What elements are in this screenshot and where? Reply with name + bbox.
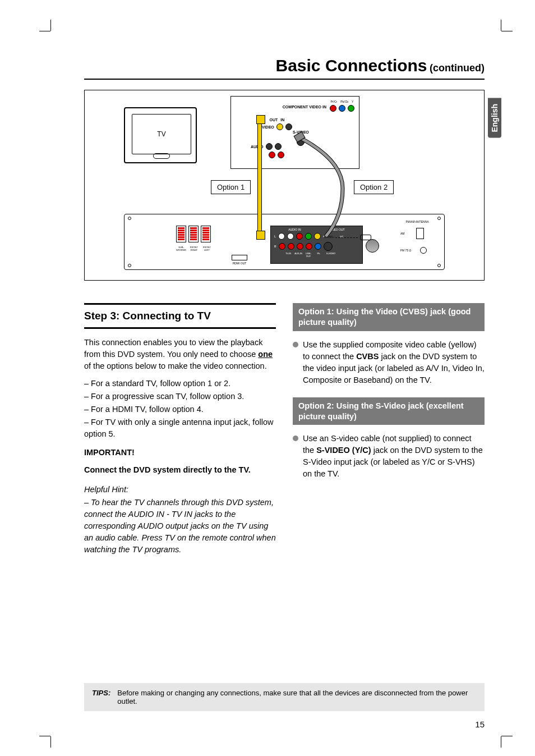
page-title-continued: (continued) [430, 62, 485, 74]
in-label: IN [280, 118, 284, 122]
tv-stand [153, 153, 170, 159]
intro-paragraph: This connection enables you to view the … [84, 337, 276, 372]
speaker-label: SUB-WOOFER [175, 246, 187, 251]
svideo-plug-icon [366, 239, 379, 253]
pb-label: Pb [315, 252, 322, 258]
crop-mark [501, 736, 501, 748]
tips-label: TIPS: [92, 689, 110, 705]
crop-mark [39, 736, 50, 736]
crop-mark [501, 20, 501, 31]
option-item: – For TV with only a single antenna inpu… [84, 416, 276, 440]
option-list: – For a standard TV, follow option 1 or … [84, 378, 276, 440]
option1-label: Option 1 [211, 180, 251, 194]
svideo-out-label: S-VIDEO [325, 252, 337, 258]
antenna-label: FM/AM ANTENNA [400, 220, 434, 223]
cvbs-cable-icon [257, 121, 262, 233]
crop-mark [50, 20, 51, 31]
svideo-cable-icon [298, 138, 354, 239]
speaker-label: FRONT LEFT [201, 246, 213, 251]
crop-mark [501, 31, 513, 31]
hint-body: – To hear the TV channels through this D… [84, 497, 276, 556]
fm-label: FM 75 Ω [400, 249, 411, 252]
port-video-in [285, 123, 292, 130]
right-column: Option 1: Using the Video (CVBS) jack (g… [293, 303, 485, 561]
port-label: Y [352, 100, 353, 103]
hint-heading: Helpful Hint: [84, 484, 276, 496]
port-pr [330, 105, 336, 112]
speaker-label: FRONT RIGHT [188, 246, 200, 251]
am-label: AM [400, 232, 405, 235]
option2-label: Option 2 [354, 180, 394, 194]
video-label: VIDEO [262, 125, 274, 129]
page-title: Basic Connections [276, 56, 427, 75]
page-title-bar: Basic Connections (continued) [84, 56, 485, 80]
language-tab: English [488, 98, 501, 138]
tips-bar: TIPS: Before making or changing any conn… [84, 683, 485, 711]
speaker-terminals: SUB-WOOFER FRONT RIGHT FRONT LEFT [175, 226, 231, 259]
port-audio-r [269, 152, 275, 158]
connection-diagram: TV COMPONENT VIDEO IN Pr/Cr Pb/Cb Y [84, 90, 485, 281]
option1-heading: Option 1: Using the Video (CVBS) jack (g… [293, 303, 485, 331]
option2-body: Use an S-video cable (not supplied) to c… [293, 433, 485, 480]
tv-icon: TV [124, 107, 197, 163]
hdmi-out: HDMI OUT [225, 255, 253, 265]
tvin-label: TV-IN [284, 252, 292, 258]
lineout-label: LINE-OUT [305, 252, 312, 258]
important-heading: IMPORTANT! [84, 447, 276, 459]
bullet-icon [293, 342, 298, 347]
crop-mark [501, 736, 513, 736]
option-item: – For a progressive scan TV, follow opti… [84, 391, 276, 402]
tips-body: Before making or changing any connection… [117, 689, 477, 705]
component-label: COMPONENT VIDEO IN [283, 105, 326, 109]
option1-body: Use the supplied composite video cable (… [293, 339, 485, 386]
out-label: OUT [270, 118, 278, 122]
port-label: Pr/Cr [331, 100, 338, 103]
port-audio-in [275, 143, 282, 150]
option-item: – For a standard TV, follow option 1 or … [84, 378, 276, 390]
crop-mark [50, 736, 51, 748]
dvd-rear-panel: SUB-WOOFER FRONT RIGHT FRONT LEFT HDMI O… [124, 214, 445, 270]
port-video-out [276, 123, 283, 130]
tv-screen-label: TV [132, 114, 191, 154]
option-item: – For a HDMI TV, follow option 4. [84, 404, 276, 415]
bullet-icon [293, 436, 298, 441]
crop-mark [39, 31, 50, 31]
port-y [348, 105, 354, 112]
page-number: 15 [475, 720, 485, 729]
step-heading: Step 3: Connecting to TV [84, 303, 276, 329]
important-body: Connect the DVD system directly to the T… [84, 464, 276, 476]
port-pb [339, 105, 345, 112]
option2-heading: Option 2: Using the S-Video jack (excell… [293, 397, 485, 425]
auxin-label: AUX-IN [294, 252, 302, 258]
port-label: Pb/Cb [340, 100, 348, 103]
port-audio-out [266, 143, 273, 150]
antenna-block: FM/AM ANTENNA AM FM 75 Ω [400, 220, 434, 255]
hdmi-label: HDMI OUT [225, 262, 253, 265]
left-column: Step 3: Connecting to TV This connection… [84, 303, 276, 561]
port-audio-r2 [278, 152, 284, 158]
